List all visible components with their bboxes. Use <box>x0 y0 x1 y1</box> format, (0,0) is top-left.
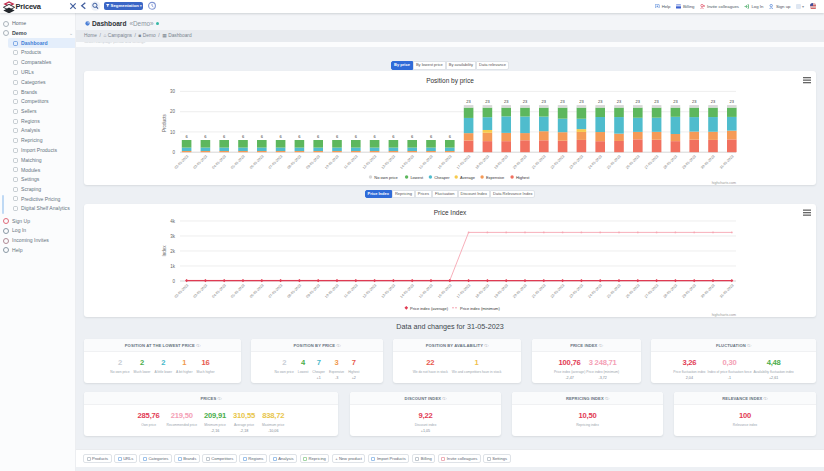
svg-text:18-05-2023: 18-05-2023 <box>475 283 491 299</box>
svg-text:03-05-2023: 03-05-2023 <box>193 154 209 170</box>
svg-text:30-05-2023: 30-05-2023 <box>700 283 716 299</box>
svg-text:Price index (average): Price index (average) <box>410 306 449 311</box>
svg-text:26-05-2023: 26-05-2023 <box>625 154 641 170</box>
svg-text:highcharts.com: highcharts.com <box>712 181 736 185</box>
svg-text:11-05-2023: 11-05-2023 <box>343 283 358 298</box>
svg-text:23: 23 <box>617 99 622 104</box>
svg-text:26-05-2023: 26-05-2023 <box>625 283 641 299</box>
svg-text:24-05-2023: 24-05-2023 <box>587 283 603 299</box>
svg-text:6: 6 <box>449 134 452 139</box>
svg-text:23: 23 <box>504 99 509 104</box>
svg-text:15-05-2023: 15-05-2023 <box>418 154 434 170</box>
svg-text:19-05-2023: 19-05-2023 <box>493 154 509 170</box>
svg-text:0: 0 <box>172 150 175 155</box>
svg-text:30-05-2023: 30-05-2023 <box>700 154 716 170</box>
svg-text:2k: 2k <box>170 249 176 254</box>
svg-text:29-05-2023: 29-05-2023 <box>681 283 697 299</box>
svg-text:6: 6 <box>373 134 376 139</box>
svg-text:Average: Average <box>460 175 476 180</box>
svg-text:28-05-2023: 28-05-2023 <box>663 283 679 299</box>
svg-text:05-05-2023: 05-05-2023 <box>230 283 246 299</box>
svg-text:0: 0 <box>172 279 175 284</box>
svg-text:06-05-2023: 06-05-2023 <box>249 154 265 170</box>
svg-text:06-05-2023: 06-05-2023 <box>249 283 265 299</box>
svg-text:25-05-2023: 25-05-2023 <box>606 283 622 299</box>
svg-text:23: 23 <box>711 99 716 104</box>
svg-text:Expensive: Expensive <box>486 175 505 180</box>
svg-text:02-05-2023: 02-05-2023 <box>174 283 190 299</box>
svg-text:10-05-2023: 10-05-2023 <box>324 283 340 299</box>
svg-text:13-05-2023: 13-05-2023 <box>381 154 397 170</box>
svg-text:21-05-2023: 21-05-2023 <box>531 154 547 170</box>
svg-text:Price Index: Price Index <box>434 209 467 216</box>
svg-text:23: 23 <box>636 99 641 104</box>
svg-text:16-05-2023: 16-05-2023 <box>437 283 453 299</box>
svg-text:29-05-2023: 29-05-2023 <box>681 154 697 170</box>
svg-text:6: 6 <box>411 134 414 139</box>
svg-text:31-05-2023: 31-05-2023 <box>719 283 735 299</box>
svg-text:10-05-2023: 10-05-2023 <box>324 154 340 170</box>
svg-text:19-05-2023: 19-05-2023 <box>493 283 509 299</box>
svg-text:21-05-2023: 21-05-2023 <box>531 283 547 299</box>
svg-text:17-05-2023: 17-05-2023 <box>456 283 472 299</box>
svg-text:16-05-2023: 16-05-2023 <box>437 154 453 170</box>
svg-text:10: 10 <box>170 130 176 135</box>
svg-text:25-05-2023: 25-05-2023 <box>606 154 622 170</box>
svg-text:05-05-2023: 05-05-2023 <box>230 154 246 170</box>
svg-text:02-05-2023: 02-05-2023 <box>174 154 190 170</box>
svg-text:23-05-2023: 23-05-2023 <box>569 283 585 299</box>
svg-text:highcharts.com: highcharts.com <box>712 313 736 317</box>
svg-text:23-05-2023: 23-05-2023 <box>569 154 585 170</box>
svg-text:15-05-2023: 15-05-2023 <box>418 283 434 299</box>
svg-text:30: 30 <box>170 89 176 94</box>
svg-text:23: 23 <box>560 99 565 104</box>
svg-text:No own price: No own price <box>374 175 398 180</box>
svg-text:27-05-2023: 27-05-2023 <box>644 154 660 170</box>
svg-text:12-05-2023: 12-05-2023 <box>362 154 378 170</box>
svg-text:20-05-2023: 20-05-2023 <box>512 154 528 170</box>
svg-text:23: 23 <box>730 99 735 104</box>
svg-text:23: 23 <box>598 99 603 104</box>
svg-text:23: 23 <box>466 99 471 104</box>
svg-text:Highest: Highest <box>516 175 530 180</box>
svg-text:Index: Index <box>162 245 167 257</box>
svg-text:Price index (minimum): Price index (minimum) <box>460 306 500 311</box>
svg-text:23: 23 <box>579 99 584 104</box>
svg-text:09-05-2023: 09-05-2023 <box>305 283 321 299</box>
svg-text:22-05-2023: 22-05-2023 <box>550 283 566 299</box>
svg-text:23: 23 <box>523 99 528 104</box>
svg-text:22-05-2023: 22-05-2023 <box>550 154 566 170</box>
svg-text:09-05-2023: 09-05-2023 <box>305 154 321 170</box>
svg-text:6: 6 <box>336 134 339 139</box>
svg-text:Position by price: Position by price <box>426 77 474 85</box>
svg-text:14-05-2023: 14-05-2023 <box>399 154 415 170</box>
svg-text:6: 6 <box>298 134 301 139</box>
svg-text:17-05-2023: 17-05-2023 <box>456 154 472 170</box>
svg-text:27-05-2023: 27-05-2023 <box>644 283 660 299</box>
svg-text:23: 23 <box>692 99 697 104</box>
svg-text:6: 6 <box>317 134 320 139</box>
svg-text:03-05-2023: 03-05-2023 <box>193 283 209 299</box>
svg-text:13-05-2023: 13-05-2023 <box>381 283 397 299</box>
svg-text:12-05-2023: 12-05-2023 <box>362 283 378 299</box>
svg-text:4k: 4k <box>170 219 176 224</box>
svg-text:6: 6 <box>392 134 395 139</box>
svg-text:04-05-2023: 04-05-2023 <box>211 154 227 170</box>
svg-text:3k: 3k <box>170 234 176 239</box>
svg-text:Products: Products <box>162 113 167 132</box>
svg-text:6: 6 <box>204 134 207 139</box>
svg-text:6: 6 <box>261 134 264 139</box>
svg-text:07-05-2023: 07-05-2023 <box>268 283 284 299</box>
svg-text:28-05-2023: 28-05-2023 <box>663 154 679 170</box>
svg-text:20: 20 <box>170 109 176 114</box>
svg-text:31-05-2023: 31-05-2023 <box>719 154 735 170</box>
svg-text:6: 6 <box>223 134 226 139</box>
svg-text:23: 23 <box>542 99 547 104</box>
svg-text:Priceva: Priceva <box>16 2 42 11</box>
svg-text:Cheaper: Cheaper <box>434 175 450 180</box>
svg-text:08-05-2023: 08-05-2023 <box>287 154 303 170</box>
svg-text:08-05-2023: 08-05-2023 <box>287 283 303 299</box>
svg-text:14-05-2023: 14-05-2023 <box>399 283 415 299</box>
svg-text:1k: 1k <box>170 264 176 269</box>
svg-text:07-05-2023: 07-05-2023 <box>268 154 284 170</box>
